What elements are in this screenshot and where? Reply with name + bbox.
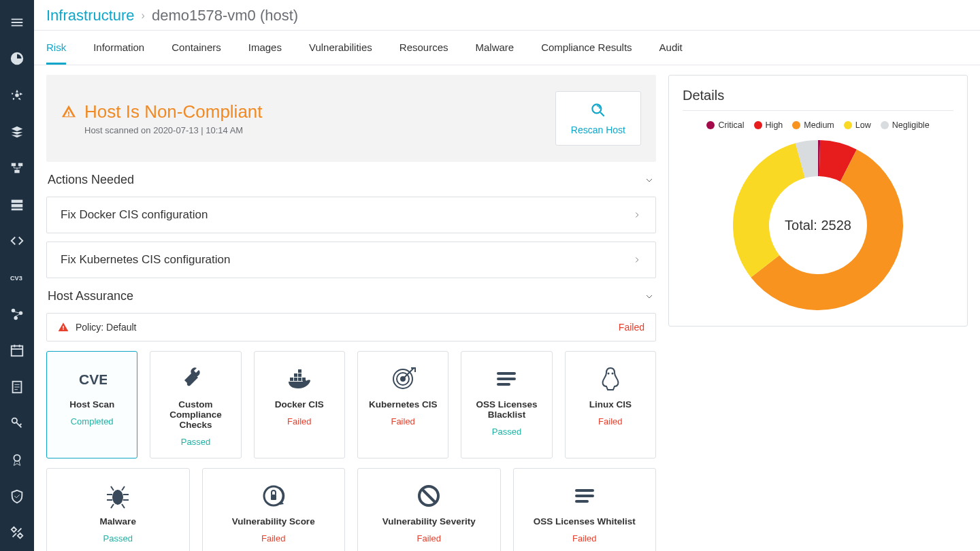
card-status: Failed <box>287 416 311 427</box>
nav-network[interactable] <box>0 150 34 186</box>
svg-point-0 <box>15 93 19 97</box>
svg-rect-4 <box>12 199 23 203</box>
svg-rect-18 <box>294 378 297 381</box>
assurance-card[interactable]: Custom Compliance ChecksPassed <box>150 351 241 458</box>
list-icon <box>491 365 521 393</box>
chevron-right-icon <box>632 210 642 220</box>
nav-hosts[interactable] <box>0 186 34 223</box>
nav-calendar[interactable] <box>0 332 34 369</box>
card-status: Failed <box>598 416 622 427</box>
card-title: OSS Licenses Whitelist <box>534 516 636 527</box>
nav-cert[interactable] <box>0 441 34 478</box>
assurance-card[interactable]: CVEHost ScanCompleted <box>46 351 137 458</box>
compliance-banner: Host Is Non-Compliant Host scanned on 20… <box>46 75 656 162</box>
banner-title: Host Is Non-Compliant <box>84 101 263 122</box>
svg-text:CVE: CVE <box>79 371 107 387</box>
card-title: Linux CIS <box>589 399 632 410</box>
card-title: Malware <box>100 516 136 527</box>
donut-total: Total: 2528 <box>730 137 906 314</box>
assurance-card[interactable]: MalwarePassed <box>46 468 190 551</box>
tab-information[interactable]: Information <box>93 31 144 65</box>
svg-point-30 <box>607 373 609 375</box>
card-status: Failed <box>572 533 596 544</box>
card-status: Passed <box>492 427 521 437</box>
svg-rect-3 <box>14 170 19 173</box>
nav-images[interactable] <box>0 114 34 150</box>
nav-shield[interactable] <box>0 478 34 515</box>
card-title: Vulnerability Score <box>232 516 315 527</box>
policy-label: Policy: Default <box>76 322 612 333</box>
block-icon <box>414 482 444 510</box>
assurance-card[interactable]: Vulnerability ScoreFailed <box>202 468 346 551</box>
svg-point-10 <box>14 316 18 320</box>
chevron-right-icon <box>632 255 642 265</box>
menu-toggle[interactable] <box>0 4 34 41</box>
svg-text:CV3: CV3 <box>10 275 22 282</box>
svg-rect-36 <box>575 489 594 492</box>
tab-resources[interactable]: Resources <box>399 31 448 65</box>
nav-cve[interactable]: CV3 <box>0 259 34 296</box>
svg-rect-34 <box>271 495 276 500</box>
assurance-card[interactable]: Docker CISFailed <box>254 351 345 458</box>
action-label: Fix Docker CIS configuration <box>61 208 208 222</box>
actions-needed-header[interactable]: Actions Needed <box>46 171 656 187</box>
tab-audit[interactable]: Audit <box>659 31 683 65</box>
assurance-card[interactable]: OSS Licenses WhitelistFailed <box>513 468 657 551</box>
card-title: Docker CIS <box>275 399 324 410</box>
nav-code[interactable] <box>0 223 34 260</box>
action-item[interactable]: Fix Kubernetes CIS configuration <box>46 241 656 278</box>
card-status: Failed <box>391 416 414 427</box>
svg-rect-5 <box>12 204 23 207</box>
tools-icon <box>180 365 210 393</box>
assurance-card[interactable]: OSS Licenses BlacklistPassed <box>461 351 552 458</box>
card-status: Passed <box>181 437 210 447</box>
tab-risk[interactable]: Risk <box>46 31 66 65</box>
assurance-card[interactable]: Vulnerability SeverityFailed <box>357 468 501 551</box>
nav-secrets[interactable] <box>0 405 34 442</box>
policy-status: Failed <box>619 322 644 333</box>
legend-item: Negligible <box>881 120 930 130</box>
tab-vulnerabilities[interactable]: Vulnerabilities <box>309 31 372 65</box>
assurance-card[interactable]: Kubernetes CISFailed <box>357 351 448 458</box>
warning-icon <box>58 322 69 333</box>
svg-rect-11 <box>12 346 23 356</box>
list-icon <box>570 482 600 510</box>
nav-graph[interactable] <box>0 296 34 333</box>
sidebar: CV3 <box>0 0 34 551</box>
svg-point-31 <box>611 373 613 375</box>
nav-kubernetes[interactable] <box>0 77 34 114</box>
details-title: Details <box>683 88 953 111</box>
svg-rect-28 <box>497 378 516 380</box>
policy-row[interactable]: Policy: Default Failed <box>46 313 656 341</box>
tabs: RiskInformationContainersImagesVulnerabi… <box>34 31 980 65</box>
action-label: Fix Kubernetes CIS configuration <box>61 253 230 267</box>
svg-point-14 <box>14 455 20 461</box>
nav-settings[interactable] <box>0 514 34 551</box>
nav-report[interactable] <box>0 369 34 405</box>
score-icon <box>259 482 289 510</box>
tab-containers[interactable]: Containers <box>172 31 221 65</box>
section-title: Host Assurance <box>48 289 133 303</box>
legend-item: Low <box>844 120 871 130</box>
card-title: Host Scan <box>69 399 114 410</box>
bug-icon <box>103 482 133 510</box>
action-item[interactable]: Fix Docker CIS configuration <box>46 197 656 233</box>
tab-compliance-results[interactable]: Compliance Results <box>541 31 632 65</box>
svg-rect-22 <box>298 373 301 377</box>
assurance-card[interactable]: Linux CISFailed <box>565 351 656 458</box>
rescan-host-button[interactable]: Rescan Host <box>555 91 641 146</box>
host-assurance-header[interactable]: Host Assurance <box>46 288 656 303</box>
breadcrumb-root[interactable]: Infrastructure <box>46 7 135 24</box>
chevron-down-icon <box>644 291 655 302</box>
tab-images[interactable]: Images <box>248 31 282 65</box>
card-status: Failed <box>417 533 441 544</box>
card-title: Kubernetes CIS <box>369 399 438 410</box>
legend-item: Medium <box>792 120 834 130</box>
breadcrumb: Infrastructure › demo1578-vm0 (host) <box>34 0 980 31</box>
svg-rect-37 <box>575 495 594 497</box>
chart-legend: CriticalHighMediumLowNegligible <box>683 120 953 130</box>
nav-dashboard[interactable] <box>0 41 34 78</box>
svg-rect-27 <box>497 372 516 375</box>
card-title: Vulnerability Severity <box>382 516 476 527</box>
tab-malware[interactable]: Malware <box>476 31 514 65</box>
